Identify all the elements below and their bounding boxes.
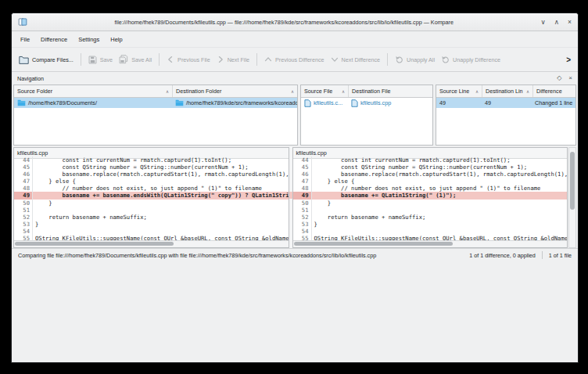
- vertical-scrollbar[interactable]: [568, 147, 576, 248]
- column-header-difference[interactable]: Difference: [533, 85, 575, 97]
- nav-row[interactable]: /home/fhek789/Documents//home/fhek789/kd…: [14, 98, 297, 108]
- code-text: const int currentNum = rmatch.captured(1…: [33, 156, 231, 164]
- menu-file[interactable]: File: [15, 34, 35, 45]
- next-difference-icon: [331, 56, 339, 63]
- code-text: QString KFileUtils::suggestName(const QU…: [312, 235, 568, 240]
- list-body: 4949Changed 1 line: [436, 98, 575, 145]
- line-number: 51: [14, 207, 33, 214]
- scrollbar-thumb[interactable]: [294, 242, 453, 246]
- column-header-source-file[interactable]: Source File∧: [301, 85, 349, 97]
- close-button[interactable]: ×: [568, 19, 572, 26]
- navigation-dock-titlebar[interactable]: Navigation ◇ ×: [12, 72, 578, 85]
- folders-list: Source Folder∧Destination Folder∧/home/f…: [13, 85, 298, 146]
- code-text: const int currentNum = rmatch.captured(1…: [312, 156, 511, 164]
- code-text: [33, 228, 35, 235]
- toolbar-button-label: Compare Files...: [32, 56, 74, 63]
- sort-indicator-icon: ∧: [524, 89, 529, 94]
- column-header-destination-folder[interactable]: Destination Folder∧: [173, 85, 297, 97]
- scrollbar-thumb[interactable]: [570, 152, 575, 210]
- diff-line: 44 const int currentNum = rmatch.capture…: [293, 156, 568, 164]
- line-number: 45: [293, 164, 312, 171]
- diff-line: 53}: [14, 221, 289, 228]
- code-text: const QString number = QString::number(c…: [33, 164, 249, 171]
- changed-diff-line[interactable]: 49 basename += QLatin1String(" (1)");: [293, 192, 568, 199]
- source-code-area[interactable]: 44 const int currentNum = rmatch.capture…: [14, 156, 289, 240]
- menu-settings[interactable]: Settings: [73, 34, 105, 45]
- column-header-destination-file[interactable]: Destination File: [349, 85, 432, 97]
- titlebar[interactable]: file:///home/fhek789/Documents/kfileutil…: [12, 13, 578, 31]
- toolbar-button-label: Next Difference: [342, 56, 380, 63]
- diff-line: 54: [14, 228, 289, 235]
- window-title: file:///home/fhek789/Documents/kfileutil…: [32, 19, 536, 26]
- line-number: 51: [293, 207, 312, 214]
- nav-row[interactable]: kfileutils.c...kfileutils.cpp: [301, 98, 432, 108]
- cell-text: 49: [439, 99, 446, 106]
- line-number: 47: [14, 178, 33, 185]
- column-header-row: Source Folder∧Destination Folder∧: [14, 85, 297, 98]
- previous-difference-icon: [264, 56, 272, 63]
- next-file-button[interactable]: Next File: [214, 53, 252, 66]
- minimize-button[interactable]: ∨: [541, 19, 546, 26]
- unapply-difference-button[interactable]: Unapply Difference: [439, 53, 503, 67]
- close-dock-button[interactable]: ×: [568, 75, 572, 81]
- destination-horizontal-scrollbar[interactable]: [293, 240, 568, 247]
- cell-text: kfileutils.cpp: [360, 99, 391, 106]
- source-filename: kfileutils.cpp: [17, 149, 48, 156]
- save-all-button[interactable]: Save All: [117, 52, 154, 67]
- column-header-source-folder[interactable]: Source Folder∧: [14, 85, 173, 97]
- line-number: 47: [293, 178, 312, 185]
- unapply-all-button[interactable]: Unapply All: [393, 53, 437, 67]
- toolbar-button-label: Unapply Difference: [453, 56, 500, 63]
- column-header-label: Source File: [304, 88, 332, 95]
- toolbar-button-label: Previous Difference: [275, 56, 324, 63]
- code-text: }: [312, 221, 317, 228]
- column-header-row: Source File∧Destination File: [301, 85, 432, 98]
- previous-difference-button[interactable]: Previous Difference: [262, 53, 327, 66]
- code-text: [312, 207, 314, 214]
- differences-list: Source Line∧Destination Lin∧Difference49…: [436, 85, 576, 146]
- toolbar-separator: [256, 53, 257, 66]
- diff-line: 45 const QString number = QString::numbe…: [14, 164, 289, 171]
- column-header-label: Destination File: [352, 88, 391, 95]
- column-header-destination-lin[interactable]: Destination Lin∧: [482, 85, 533, 97]
- window-controls: ∨∧×: [541, 19, 572, 26]
- previous-file-button[interactable]: Previous File: [164, 53, 213, 66]
- nav-row[interactable]: 4949Changed 1 line: [436, 98, 575, 108]
- float-dock-button[interactable]: ◇: [557, 75, 561, 81]
- source-horizontal-scrollbar[interactable]: [14, 240, 289, 247]
- column-header-label: Difference: [536, 88, 562, 95]
- toolbar-separator: [81, 53, 81, 66]
- code-text: basename += basename.endsWith(QLatin1Str…: [33, 192, 289, 199]
- line-number: 55: [293, 235, 312, 240]
- code-text: } else {: [312, 178, 355, 185]
- maximize-button[interactable]: ∧: [554, 19, 559, 26]
- kompare-app-icon: [18, 17, 27, 27]
- save-icon: [88, 56, 97, 64]
- diff-line: 51: [293, 207, 568, 214]
- save-button[interactable]: Save: [86, 53, 115, 67]
- sort-indicator-icon: ∧: [289, 89, 294, 94]
- diff-line: 50 }: [293, 200, 568, 207]
- sort-indicator-icon: ∧: [473, 89, 479, 94]
- toolbar-overflow-button[interactable]: >: [564, 56, 573, 64]
- column-header-source-line[interactable]: Source Line∧: [436, 85, 482, 97]
- diff-line: 45 const QString number = QString::numbe…: [293, 164, 568, 171]
- changed-diff-line[interactable]: 49 basename += basename.endsWith(QLatin1…: [14, 192, 289, 199]
- menu-difference[interactable]: Difference: [35, 34, 73, 45]
- statusbar: Comparing file file:///home/fhek789/Docu…: [12, 248, 578, 261]
- diff-splitter[interactable]: [289, 147, 292, 248]
- destination-code-area[interactable]: 44 const int currentNum = rmatch.capture…: [293, 156, 568, 240]
- unapply-difference-icon: [441, 56, 450, 64]
- cell-text: kfileutils.c...: [314, 99, 342, 106]
- next-difference-button[interactable]: Next Difference: [328, 53, 382, 66]
- menu-help[interactable]: Help: [105, 34, 127, 45]
- code-text: basename.replace(rmatch.capturedStart(1)…: [312, 171, 568, 178]
- cell-text: /home/fhek789/Documents/: [28, 99, 97, 106]
- compare-files-button[interactable]: Compare Files...: [16, 53, 76, 67]
- kompare-window: file:///home/fhek789/Documents/kfileutil…: [11, 13, 579, 363]
- sort-indicator-icon: ∧: [339, 89, 345, 94]
- navigation-panel: Source Folder∧Destination Folder∧/home/f…: [12, 85, 578, 147]
- toolbar-button-label: Save: [100, 56, 113, 63]
- scrollbar-thumb[interactable]: [15, 242, 174, 246]
- diff-line: 47 } else {: [293, 178, 568, 185]
